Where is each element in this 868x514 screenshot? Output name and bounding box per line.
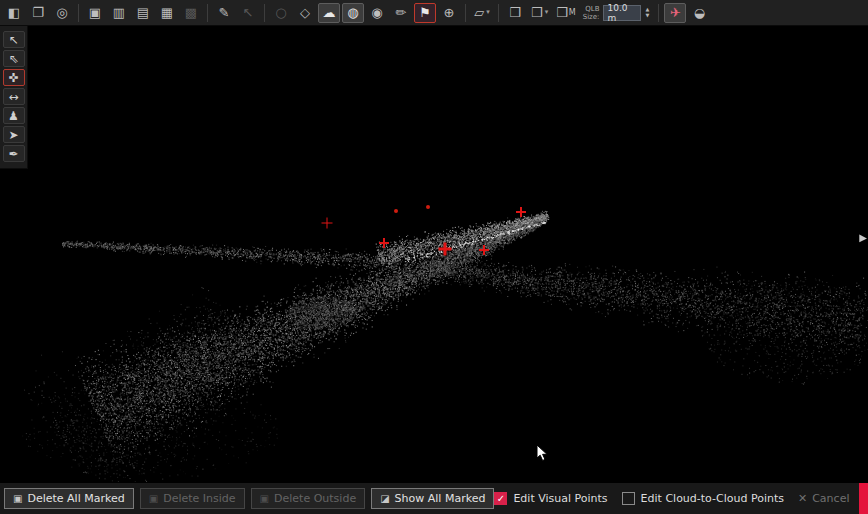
top-toolbar: ◧❐◎ ▣▥▤▦▩ ✎↖ ○◇☁◍◉✏⚑⊕ ▱▾ ❒❒▾❒M QLB Size:… — [0, 0, 868, 26]
chevron-down-icon: ▾ — [486, 9, 490, 16]
plane-mode-icon[interactable]: ▱▾ — [471, 3, 493, 23]
marked-points-buttons: ▣Delete All Marked▣Delete Inside▣Delete … — [4, 488, 494, 509]
checkbox-box — [622, 492, 635, 505]
spin-down-icon[interactable]: ▼ — [645, 13, 649, 19]
qlb-size-input[interactable]: 10.0 m — [603, 5, 641, 21]
checkbox-label: Edit Cloud-to-Cloud Points — [641, 492, 784, 505]
toolbar-separator — [78, 4, 79, 22]
marked-points-icon: ▣ — [260, 493, 269, 504]
marked-points-icon: ◪ — [380, 493, 389, 504]
left-toolbar: ↖⇖✜↔♟➤✒ — [0, 26, 28, 169]
camera-icon[interactable]: ▣ — [84, 3, 106, 23]
toolbar-separator — [498, 4, 499, 22]
pedestrian-view-tool[interactable]: ♟ — [3, 107, 25, 124]
optimize-bundle-button[interactable]: ❋ Optimize Bundle — [859, 483, 868, 514]
draw-pencil-icon[interactable]: ✏ — [390, 3, 412, 23]
image-panel-icon[interactable]: ▤ — [132, 3, 154, 23]
target-icon[interactable]: ◉ — [366, 3, 388, 23]
panel-expand-arrow[interactable]: ▶ — [859, 232, 867, 243]
toolbar-group-render: ✈◒ — [664, 3, 710, 23]
window-layout-icon[interactable]: ❐ — [27, 3, 49, 23]
cancel-label: Cancel — [812, 492, 849, 505]
checkbox-label: Edit Visual Points — [513, 492, 607, 505]
grid-view-icon[interactable]: ▦ — [156, 3, 178, 23]
toolbar-group-plane: ▱▾ — [471, 3, 493, 23]
qlb-size-label: QLB Size: — [583, 5, 600, 21]
cube-options-icon[interactable]: ❒▾ — [528, 3, 551, 23]
edit-cloud-to-cloud-checkbox[interactable]: Edit Cloud-to-Cloud Points — [622, 492, 784, 505]
mouse-cursor — [536, 444, 550, 462]
tag-icon[interactable]: ◇ — [294, 3, 316, 23]
show-all-marked-button[interactable]: ◪Show All Marked — [371, 488, 494, 509]
toolbar-separator — [465, 4, 466, 22]
filmstrip-icon: ▩ — [180, 3, 202, 23]
move-point-tool[interactable]: ✜ — [3, 69, 25, 86]
edit-mode-checkboxes: ✓Edit Visual PointsEdit Cloud-to-Cloud P… — [494, 492, 784, 505]
point-cloud-editor-app: ◧❐◎ ▣▥▤▦▩ ✎↖ ○◇☁◍◉✏⚑⊕ ▱▾ ❒❒▾❒M QLB Size:… — [0, 0, 868, 514]
toolbar-group-cube: ❒❒▾❒M — [504, 3, 579, 23]
section-tool[interactable]: ↔ — [3, 88, 25, 105]
measure-pencil-icon[interactable]: ✎ — [213, 3, 235, 23]
circle-select-icon: ○ — [270, 3, 292, 23]
point-cloud-viewport[interactable] — [0, 26, 868, 482]
close-icon: ✕ — [798, 492, 807, 505]
marked-points-icon: ▣ — [13, 493, 22, 504]
paint-bucket-tool[interactable]: ✒ — [3, 145, 25, 162]
ink-bottle-icon[interactable]: ◒ — [688, 3, 710, 23]
gcp-pin-icon[interactable]: ⊕ — [438, 3, 460, 23]
toolbar-separator — [207, 4, 208, 22]
delete-all-marked-button[interactable]: ▣Delete All Marked — [4, 488, 134, 509]
qlb-size-spinner[interactable]: ▲ ▼ — [645, 7, 649, 19]
select-area-tool[interactable]: ⇖ — [3, 50, 25, 67]
toolbar-group-workspace: ◧❐◎ — [3, 3, 73, 23]
edit-visual-points-checkbox[interactable]: ✓Edit Visual Points — [494, 492, 607, 505]
bottom-bar: ▣Delete All Marked▣Delete Inside▣Delete … — [0, 482, 868, 514]
cube-view-icon[interactable]: ❒ — [504, 3, 526, 23]
cancel-button: ✕ Cancel — [798, 492, 849, 505]
workspace-icon[interactable]: ◧ — [3, 3, 25, 23]
cube-m-icon[interactable]: ❒M — [553, 3, 579, 23]
toolbar-group-points: ○◇☁◍◉✏⚑⊕ — [270, 3, 460, 23]
toolbar-separator — [264, 4, 265, 22]
checkbox-box: ✓ — [494, 492, 507, 505]
rocket-icon[interactable]: ✈ — [664, 3, 686, 23]
delete-inside-button: ▣Delete Inside — [140, 488, 245, 509]
pin-tool-icon[interactable]: ⚑ — [414, 3, 436, 23]
toolbar-separator — [658, 4, 659, 22]
navigate-tool[interactable]: ➤ — [3, 126, 25, 143]
cloud-display-icon[interactable]: ☁ — [318, 3, 340, 23]
delete-outside-button: ▣Delete Outside — [251, 488, 366, 509]
marked-points-icon: ▣ — [149, 493, 158, 504]
split-view-icon[interactable]: ▥ — [108, 3, 130, 23]
globe-display-icon[interactable]: ◍ — [342, 3, 364, 23]
qlb-size-control: QLB Size: 10.0 m ▲ ▼ — [583, 5, 650, 21]
zoom-region-icon[interactable]: ◎ — [51, 3, 73, 23]
select-tool[interactable]: ↖ — [3, 31, 25, 48]
chevron-down-icon: ▾ — [545, 9, 549, 16]
toolbar-group-measure: ✎↖ — [213, 3, 259, 23]
toolbar-group-view: ▣▥▤▦▩ — [84, 3, 202, 23]
pick-cursor-icon: ↖ — [237, 3, 259, 23]
